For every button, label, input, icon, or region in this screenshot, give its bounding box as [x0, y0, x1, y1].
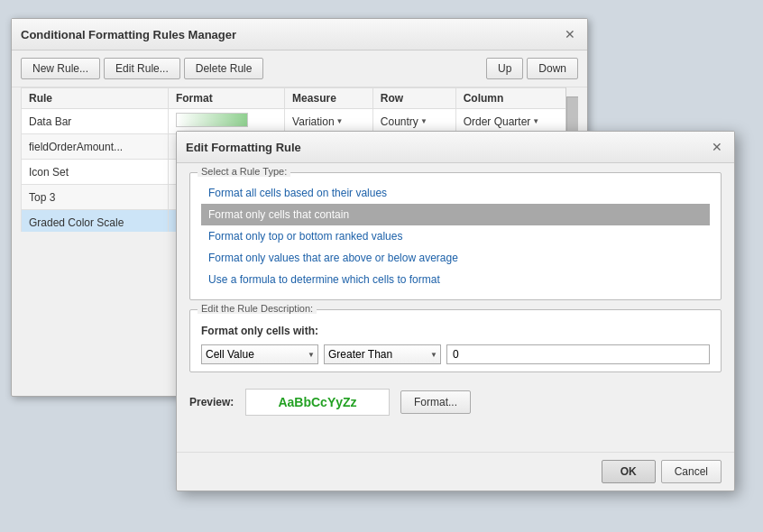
rule-type-list: Format all cells based on their values F… — [201, 182, 710, 290]
rule-name-cell: fieldOrderAmount... — [22, 134, 169, 160]
col-header-format: Format — [168, 88, 284, 109]
delete-rule-button[interactable]: Delete Rule — [184, 58, 264, 79]
preview-row: Preview: AaBbCcYyZz Format... — [177, 381, 734, 423]
condition-operator-select[interactable]: Greater Than — [324, 344, 441, 364]
operator-wrapper: Greater Than — [324, 344, 441, 364]
fg-dialog-footer: OK Cancel — [177, 452, 734, 491]
format-button[interactable]: Format... — [400, 390, 471, 414]
rule-type-item[interactable]: Format only top or bottom ranked values — [201, 225, 710, 247]
condition-type-select[interactable]: Cell Value — [201, 344, 318, 364]
rule-type-section: Select a Rule Type: Format all cells bas… — [189, 172, 722, 300]
rule-type-item[interactable]: Use a formula to determine which cells t… — [201, 269, 710, 290]
rule-type-item[interactable]: Format all cells based on their values — [201, 182, 710, 204]
rule-name-cell: Data Bar — [22, 109, 169, 134]
edit-rule-button[interactable]: Edit Rule... — [104, 58, 180, 79]
bg-dialog-close-icon[interactable]: ✕ — [562, 26, 578, 42]
rule-name-cell: Top 3 — [22, 185, 169, 210]
ok-button[interactable]: OK — [602, 460, 656, 483]
col-header-column: Column — [455, 88, 577, 109]
col-dropdown-arrow: ▼ — [532, 117, 539, 125]
rule-name-cell: Icon Set — [22, 160, 169, 185]
condition-value-input[interactable] — [446, 344, 710, 364]
preview-text: AaBbCcYyZz — [278, 395, 356, 409]
format-cells-label: Format only cells with: — [201, 325, 710, 337]
col-header-rule: Rule — [22, 88, 169, 109]
fg-dialog-titlebar: Edit Formatting Rule ✕ — [177, 132, 734, 163]
up-button[interactable]: Up — [486, 58, 523, 79]
down-button[interactable]: Down — [527, 58, 578, 79]
format-bar-icon — [176, 113, 248, 127]
bg-dialog-titlebar: Conditional Formatting Rules Manager ✕ — [12, 19, 587, 50]
rule-type-legend: Select a Rule Type: — [198, 166, 290, 177]
rule-desc-legend: Edit the Rule Description: — [198, 303, 317, 314]
fg-dialog-title: Edit Formatting Rule — [186, 141, 301, 154]
row-dropdown-arrow: ▼ — [420, 117, 427, 125]
col-header-measure: Measure — [285, 88, 373, 109]
rule-name-cell: Graded Color Scale — [22, 210, 169, 233]
cell-value-wrapper: Cell Value — [201, 344, 318, 364]
cancel-button[interactable]: Cancel — [661, 460, 722, 483]
condition-row: Cell Value Greater Than — [201, 344, 710, 364]
col-header-row: Row — [372, 88, 455, 109]
measure-dropdown-arrow: ▼ — [336, 117, 344, 125]
fg-dialog: Edit Formatting Rule ✕ Select a Rule Typ… — [176, 131, 735, 491]
bg-dialog-title: Conditional Formatting Rules Manager — [21, 28, 236, 41]
bg-dialog-toolbar: New Rule... Edit Rule... Delete Rule Up … — [12, 50, 587, 87]
rule-type-item[interactable]: Format only values that are above or bel… — [201, 247, 710, 269]
rule-desc-section: Edit the Rule Description: Format only c… — [189, 309, 722, 372]
rule-type-item-selected[interactable]: Format only cells that contain — [201, 204, 710, 225]
new-rule-button[interactable]: New Rule... — [21, 58, 100, 79]
preview-box: AaBbCcYyZz — [245, 389, 390, 416]
fg-dialog-close-icon[interactable]: ✕ — [709, 139, 725, 155]
preview-label: Preview: — [189, 396, 234, 408]
